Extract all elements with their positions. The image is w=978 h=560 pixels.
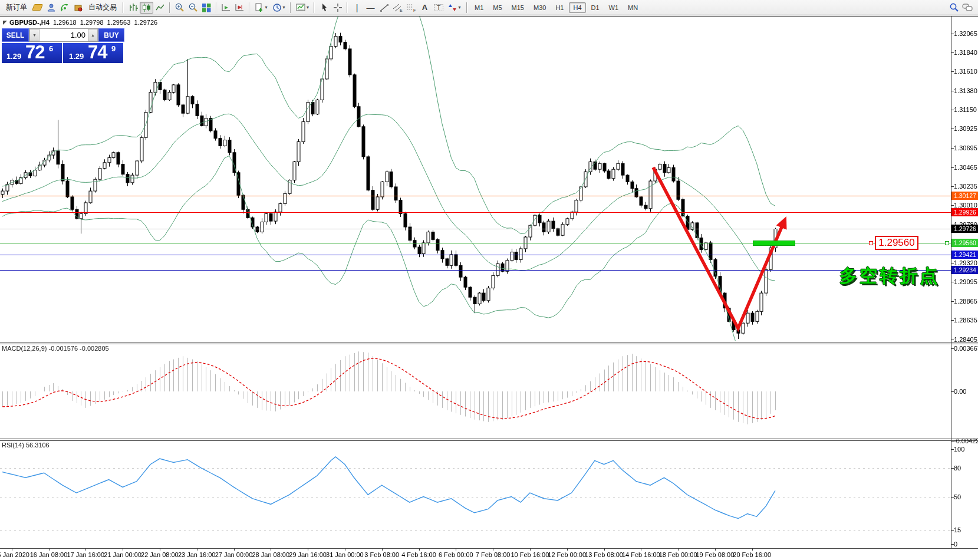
time-axis-label: 7 Feb 08:00 (476, 551, 511, 558)
time-axis-label: 14 Feb 16:00 (622, 551, 660, 558)
sell-price-sup: 6 (49, 44, 53, 53)
line-anchor-handle[interactable] (945, 241, 949, 245)
macd-axis-tick: -0.00422 (954, 437, 978, 444)
macd-main-value: -0.001576 (48, 345, 78, 352)
price-tag[interactable]: 1.29560 (951, 239, 978, 247)
macd-axis-tick: 0.003667 (954, 345, 978, 352)
rsi-axis-tick: 100 (954, 446, 964, 453)
time-axis-label: 10 Feb 16:00 (511, 551, 549, 558)
price-axis-tick: 1.28865 (954, 298, 977, 305)
price-axis-tick: 1.31380 (954, 87, 977, 94)
macd-signal-value: -0.002805 (80, 345, 109, 352)
time-axis-label: 15 Jan 2020 (0, 551, 29, 558)
chart-canvas[interactable] (0, 0, 978, 560)
time-axis-label: 21 Jan 00:00 (104, 551, 141, 558)
buy-price-small: 1.29 (69, 52, 84, 61)
ohlc-high: 1.29798 (80, 19, 104, 26)
price-axis-tick: 1.30235 (954, 183, 977, 190)
price-axis-tick: 1.28635 (954, 317, 977, 324)
mt4-window: 新订单 自动交易 (0, 0, 978, 560)
price-axis-tick: 1.29095 (954, 278, 977, 285)
macd-axis-tick: 0.00 (954, 388, 966, 395)
time-axis-label: 6 Feb 00:00 (439, 551, 473, 558)
macd-label: MACD(12,26,9) -0.001576 -0.002805 (2, 345, 109, 352)
price-tag[interactable]: 1.29234 (951, 266, 978, 274)
price-axis-tick: 1.30465 (954, 164, 977, 171)
time-axis-label: 12 Feb 00:00 (548, 551, 586, 558)
rsi-axis-tick: 0 (954, 541, 957, 548)
time-axis-label: 28 Jan 08:00 (252, 551, 289, 558)
time-axis-label: 17 Jan 16:00 (67, 551, 104, 558)
time-axis-label: 27 Jan 00:00 (215, 551, 253, 558)
price-axis-tick: 1.30925 (954, 125, 977, 132)
volume-increase-button[interactable]: ▴ (88, 29, 98, 41)
time-axis-label: 4 Feb 16:00 (401, 551, 436, 558)
buy-price-big: 74 (88, 42, 107, 63)
price-tag[interactable]: 1.29421 (951, 251, 978, 259)
time-axis-label: 19 Feb 08:00 (696, 551, 734, 558)
ohlc-open: 1.29618 (53, 19, 77, 26)
support-zone-bar[interactable] (753, 241, 795, 246)
sell-button[interactable]: SELL (2, 28, 29, 42)
label-anchor-handle[interactable] (869, 241, 873, 245)
rsi-label: RSI(14) 56.3106 (2, 442, 50, 449)
support-price-label[interactable]: 1.29560 (875, 236, 918, 250)
ohlc-close: 1.29726 (134, 19, 157, 26)
time-axis-label: 22 Jan 08:00 (141, 551, 179, 558)
price-tag[interactable]: 1.29726 (951, 225, 978, 233)
rsi-value: 56.3106 (26, 442, 50, 449)
time-axis-label: 3 Feb 08:00 (364, 551, 399, 558)
time-axis-label: 16 Jan 08:00 (30, 551, 68, 558)
symbol-period-label: GBPUSD-,H4 (9, 19, 50, 26)
collapse-arrow-icon[interactable] (3, 21, 7, 25)
price-tag[interactable]: 1.29926 (951, 208, 978, 216)
time-axis-label: 13 Feb 08:00 (585, 551, 623, 558)
chart-title: GBPUSD-,H4 1.29618 1.29798 1.29563 1.297… (9, 19, 159, 26)
v-reversal-arrow[interactable] (653, 167, 784, 328)
volume-input[interactable]: 1.00 (39, 31, 88, 39)
time-axis-label: 20 Feb 16:00 (733, 551, 771, 558)
price-axis-tick: 1.31150 (954, 106, 977, 113)
rsi-name: RSI(14) (2, 442, 24, 449)
one-click-trade-panel: SELL ▾ 1.00 ▴ BUY 1.29 72 6 1.29 74 9 (2, 28, 124, 63)
time-axis-label: 29 Jan 16:00 (289, 551, 327, 558)
rsi-axis-tick: 15 (954, 526, 961, 533)
buy-button[interactable]: BUY (98, 28, 124, 42)
rsi-axis-tick: 50 (954, 493, 961, 500)
price-axis-tick: 1.31610 (954, 68, 977, 75)
price-axis-tick: 1.28405 (954, 336, 977, 343)
price-axis-tick: 1.32065 (954, 30, 977, 37)
ohlc-low: 1.29563 (107, 19, 131, 26)
buy-price-sup: 9 (111, 44, 116, 53)
volume-decrease-button[interactable]: ▾ (29, 29, 39, 41)
sell-price-big: 72 (25, 42, 44, 63)
time-axis-label: 31 Jan 00:00 (326, 551, 364, 558)
sell-price-small: 1.29 (6, 52, 21, 61)
macd-name: MACD(12,26,9) (2, 345, 47, 352)
time-axis-label: 23 Jan 16:00 (178, 551, 216, 558)
turning-point-annotation[interactable]: 多空转折点 (839, 264, 940, 288)
volume-stepper: ▾ 1.00 ▴ (29, 28, 98, 42)
price-axis-tick: 1.31840 (954, 49, 977, 56)
rsi-axis-tick: 80 (954, 465, 961, 472)
price-axis-tick: 1.30695 (954, 144, 977, 151)
sell-price-button[interactable]: 1.29 72 6 (2, 43, 63, 63)
trend-arrow[interactable] (637, 153, 814, 342)
price-tag[interactable]: 1.30127 (951, 192, 978, 200)
time-axis-label: 18 Feb 00:00 (659, 551, 697, 558)
price-axis-tick: 1.29320 (954, 259, 977, 266)
buy-price-button[interactable]: 1.29 74 9 (63, 43, 123, 63)
